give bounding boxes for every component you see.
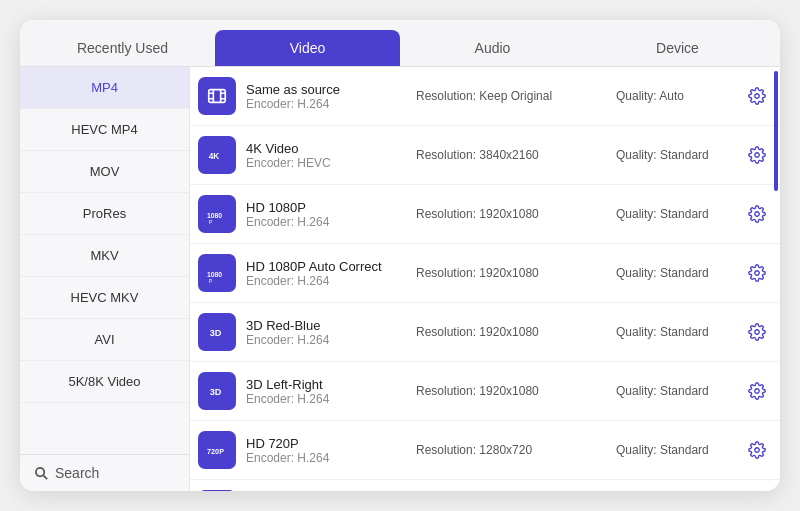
- svg-point-9: [755, 94, 760, 99]
- format-icon-3d-lr: 3D: [198, 372, 236, 410]
- table-row[interactable]: 3D 3D Left-Right Encoder: H.264 Resoluti…: [190, 362, 780, 421]
- tab-video[interactable]: Video: [215, 30, 400, 66]
- gear-icon: [748, 146, 766, 164]
- app-container: Recently Used Video Audio Device MP4 HEV…: [20, 20, 780, 491]
- svg-text:P: P: [209, 219, 213, 225]
- format-info: Same as source Encoder: H.264: [246, 82, 406, 111]
- format-info: 3D Red-Blue Encoder: H.264: [246, 318, 406, 347]
- format-encoder: Encoder: H.264: [246, 215, 406, 229]
- format-quality: Quality: Standard: [616, 443, 736, 457]
- 1080p-icon: 1080 P: [206, 203, 228, 225]
- svg-point-23: [755, 448, 760, 453]
- sidebar-item-mov[interactable]: MOV: [20, 151, 189, 193]
- format-icon-4k: 4K: [198, 136, 236, 174]
- format-quality: Quality: Standard: [616, 325, 736, 339]
- table-row[interactable]: 720P HD 720P Encoder: H.264 Resolution: …: [190, 421, 780, 480]
- gear-icon: [748, 205, 766, 223]
- format-icon-3d: 3D: [198, 313, 236, 351]
- table-row[interactable]: 1080 P HD 1080P Auto Correct Encoder: H.…: [190, 244, 780, 303]
- scrollbar-track[interactable]: [774, 71, 778, 487]
- svg-point-0: [36, 467, 44, 475]
- 3d-lr-icon: 3D: [206, 380, 228, 402]
- table-row[interactable]: 3D 3D Red-Blue Encoder: H.264 Resolution…: [190, 303, 780, 362]
- sidebar-item-mkv[interactable]: MKV: [20, 235, 189, 277]
- settings-button[interactable]: [746, 85, 768, 107]
- sidebar-item-hevc-mp4[interactable]: HEVC MP4: [20, 109, 189, 151]
- svg-rect-2: [209, 90, 226, 103]
- format-icon-film: [198, 77, 236, 115]
- svg-text:1080: 1080: [207, 212, 222, 219]
- format-quality: Quality: Standard: [616, 148, 736, 162]
- table-row[interactable]: 720P HD 720P Auto Correct Encoder: H.264…: [190, 480, 780, 491]
- format-encoder: Encoder: H.264: [246, 333, 406, 347]
- main-content: MP4 HEVC MP4 MOV ProRes MKV HEVC MKV AVI…: [20, 67, 780, 491]
- svg-line-1: [43, 475, 47, 479]
- sidebar-item-5k8k[interactable]: 5K/8K Video: [20, 361, 189, 403]
- svg-text:720P: 720P: [207, 447, 224, 456]
- format-name: Same as source: [246, 82, 406, 97]
- format-name: 3D Red-Blue: [246, 318, 406, 333]
- settings-button[interactable]: [746, 321, 768, 343]
- format-info: 4K Video Encoder: HEVC: [246, 141, 406, 170]
- format-name: HD 720P: [246, 436, 406, 451]
- format-resolution: Resolution: 3840x2160: [416, 148, 606, 162]
- sidebar: MP4 HEVC MP4 MOV ProRes MKV HEVC MKV AVI…: [20, 67, 190, 491]
- format-info: HD 720P Encoder: H.264: [246, 436, 406, 465]
- format-icon-1080p: 1080 P: [198, 195, 236, 233]
- settings-button[interactable]: [746, 203, 768, 225]
- format-quality: Quality: Auto: [616, 89, 736, 103]
- format-quality: Quality: Standard: [616, 384, 736, 398]
- format-icon-720p-auto: 720P: [198, 490, 236, 491]
- svg-text:1080: 1080: [207, 271, 222, 278]
- svg-point-11: [755, 153, 760, 158]
- table-row[interactable]: 1080 P HD 1080P Encoder: H.264 Resolutio…: [190, 185, 780, 244]
- svg-point-21: [755, 389, 760, 394]
- format-encoder: Encoder: HEVC: [246, 156, 406, 170]
- gear-icon: [748, 323, 766, 341]
- format-name: HD 1080P Auto Correct: [246, 259, 406, 274]
- format-encoder: Encoder: H.264: [246, 451, 406, 465]
- settings-button[interactable]: [746, 380, 768, 402]
- sidebar-item-avi[interactable]: AVI: [20, 319, 189, 361]
- tab-bar: Recently Used Video Audio Device: [20, 20, 780, 67]
- tab-recently-used[interactable]: Recently Used: [30, 30, 215, 66]
- table-row[interactable]: 4K 4K Video Encoder: HEVC Resolution: 38…: [190, 126, 780, 185]
- svg-point-14: [755, 212, 760, 217]
- table-row[interactable]: Same as source Encoder: H.264 Resolution…: [190, 67, 780, 126]
- sidebar-item-prores[interactable]: ProRes: [20, 193, 189, 235]
- gear-icon: [748, 441, 766, 459]
- format-resolution: Resolution: 1920x1080: [416, 325, 606, 339]
- film-icon: [206, 85, 228, 107]
- format-name: HD 1080P: [246, 200, 406, 215]
- 1080p-auto-icon: 1080 P: [206, 262, 228, 284]
- search-button[interactable]: Search: [20, 454, 189, 491]
- settings-button[interactable]: [746, 262, 768, 284]
- format-icon-720p: 720P: [198, 431, 236, 469]
- search-icon: [34, 466, 49, 481]
- format-quality: Quality: Standard: [616, 266, 736, 280]
- format-resolution: Resolution: Keep Original: [416, 89, 606, 103]
- settings-button[interactable]: [746, 439, 768, 461]
- format-info: 3D Left-Right Encoder: H.264: [246, 377, 406, 406]
- search-label: Search: [55, 465, 99, 481]
- svg-point-19: [755, 330, 760, 335]
- format-encoder: Encoder: H.264: [246, 392, 406, 406]
- format-encoder: Encoder: H.264: [246, 274, 406, 288]
- tab-audio[interactable]: Audio: [400, 30, 585, 66]
- format-quality: Quality: Standard: [616, 207, 736, 221]
- scrollbar-thumb[interactable]: [774, 71, 778, 191]
- format-name: 4K Video: [246, 141, 406, 156]
- sidebar-item-hevc-mkv[interactable]: HEVC MKV: [20, 277, 189, 319]
- tab-device[interactable]: Device: [585, 30, 770, 66]
- svg-text:4K: 4K: [209, 152, 220, 161]
- 4k-icon: 4K: [206, 144, 228, 166]
- format-icon-1080p-auto: 1080 P: [198, 254, 236, 292]
- svg-text:3D: 3D: [210, 387, 222, 397]
- gear-icon: [748, 382, 766, 400]
- settings-button[interactable]: [746, 144, 768, 166]
- format-resolution: Resolution: 1920x1080: [416, 207, 606, 221]
- gear-icon: [748, 87, 766, 105]
- format-name: 3D Left-Right: [246, 377, 406, 392]
- gear-icon: [748, 264, 766, 282]
- sidebar-item-mp4[interactable]: MP4: [20, 67, 189, 109]
